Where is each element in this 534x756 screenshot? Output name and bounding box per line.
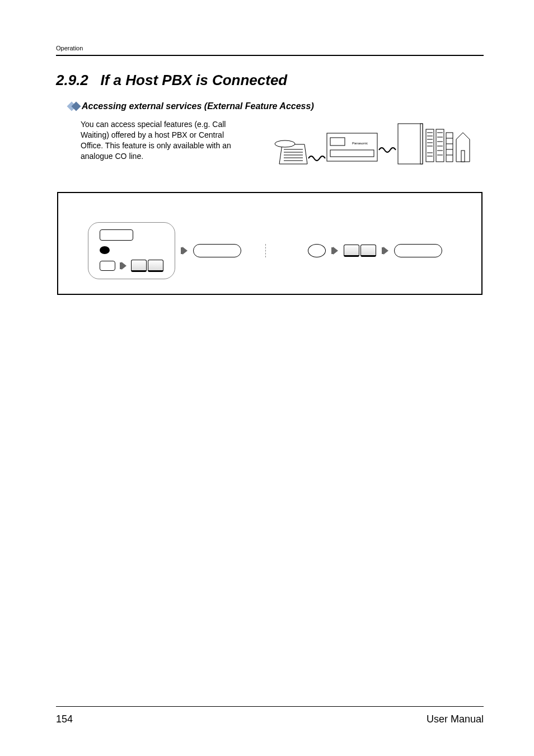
rack-icon <box>426 129 434 162</box>
dialpad-icon <box>131 260 163 272</box>
arrow-icon <box>382 247 388 255</box>
section-name: If a Host PBX is Connected <box>101 72 288 88</box>
result-button-icon <box>394 244 442 257</box>
section-title: 2.9.2 If a Host PBX is Connected <box>56 72 484 89</box>
footer-row: 154 User Manual <box>56 713 484 725</box>
arrow-icon <box>181 247 188 255</box>
svg-rect-7 <box>330 138 345 145</box>
option-row-1 <box>100 229 163 241</box>
intro-row: You can access special features (e.g. Ca… <box>81 119 484 175</box>
network-figure-icon: Panasonic <box>274 119 475 175</box>
intro-figure: Panasonic <box>265 119 484 175</box>
svg-rect-8 <box>330 150 374 157</box>
left-sequence <box>64 222 265 279</box>
svg-rect-10 <box>398 124 423 164</box>
dialpad-icon <box>344 245 376 257</box>
page-root: Operation 2.9.2 If a Host PBX is Connect… <box>0 0 534 756</box>
hookswitch-icon <box>100 246 110 254</box>
svg-text:Panasonic: Panasonic <box>352 142 368 145</box>
svg-rect-28 <box>446 133 453 162</box>
diamond-bullets-icon <box>68 103 77 110</box>
subsection-title: Accessing external services (External Fe… <box>82 101 314 111</box>
running-header: Operation <box>56 45 484 51</box>
svg-rect-12 <box>426 129 434 162</box>
page-footer: 154 User Manual <box>56 706 484 725</box>
option-row-3 <box>100 260 163 272</box>
doc-title: User Manual <box>427 713 484 725</box>
result-button-icon <box>193 244 241 257</box>
svg-rect-21 <box>436 129 444 162</box>
right-sequence <box>265 244 476 257</box>
svg-rect-33 <box>461 151 465 162</box>
arrow-icon <box>120 262 127 270</box>
header-rule <box>56 55 484 56</box>
intro-text: You can access special features (e.g. Ca… <box>81 119 249 162</box>
page-number: 154 <box>56 713 73 725</box>
subsection-row: Accessing external services (External Fe… <box>68 101 484 111</box>
option-group <box>88 222 175 279</box>
section-number: 2.9.2 <box>56 72 88 88</box>
svg-rect-11 <box>420 124 423 164</box>
oval-button-icon <box>308 244 326 257</box>
small-button-icon <box>100 261 115 271</box>
arrow-icon <box>331 247 338 255</box>
diagram-body <box>58 210 481 294</box>
diagram-header <box>58 193 481 210</box>
svg-point-0 <box>275 140 295 147</box>
flexible-button-icon <box>100 229 133 241</box>
footer-rule <box>56 706 484 707</box>
procedure-diagram <box>57 192 483 295</box>
option-row-2 <box>100 246 163 254</box>
